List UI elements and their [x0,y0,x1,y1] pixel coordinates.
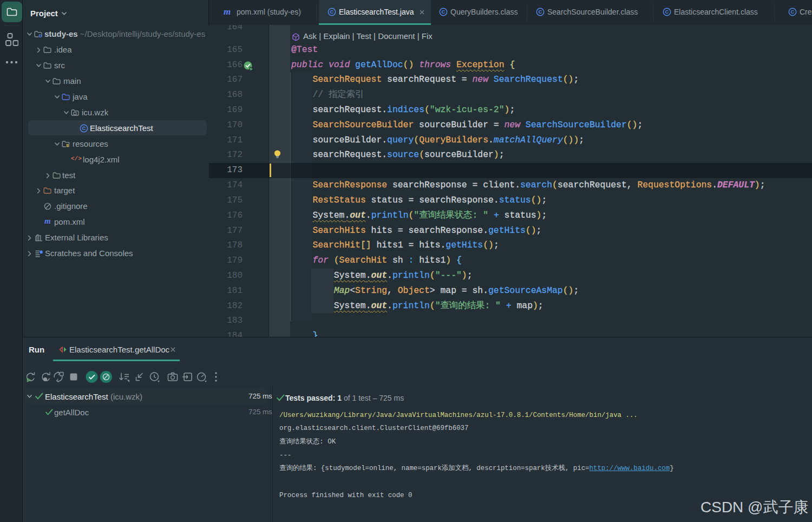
svg-text:C: C [665,9,669,15]
svg-text:C: C [539,9,542,15]
svg-text:C: C [330,9,334,15]
svg-text:C: C [442,9,446,15]
svg-text:C: C [791,9,795,15]
svg-text:C: C [82,125,86,131]
